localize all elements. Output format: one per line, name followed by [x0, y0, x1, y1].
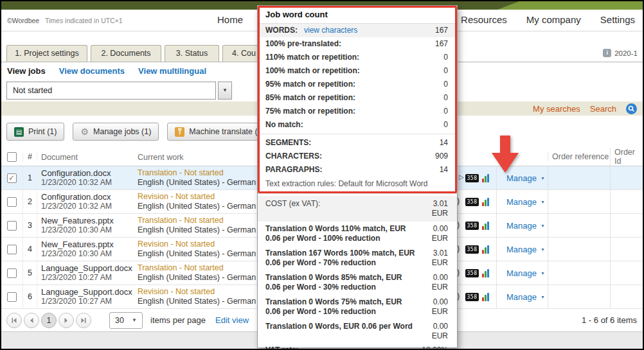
job-word-count-popup: Job word count WORDS: view characters 16…	[257, 5, 458, 348]
match-label: 100% match or repetition:	[265, 66, 417, 76]
order-reference-cell	[548, 214, 610, 237]
row-checkbox[interactable]	[7, 268, 17, 278]
menu-item-settings[interactable]: Settings	[600, 14, 635, 25]
match-row: 95% match or repetition: 0	[258, 78, 457, 91]
stats-chart-icon[interactable]	[482, 269, 491, 277]
page-size-select[interactable]: 30	[109, 312, 143, 329]
view-documents-link[interactable]: View documents	[59, 66, 125, 76]
stats-chart-icon[interactable]	[482, 198, 491, 206]
order-reference-cell	[548, 166, 610, 189]
excel-export-icon	[14, 127, 24, 137]
divider	[258, 193, 457, 194]
document-date: 1/23/2020 10:32 AM	[41, 178, 135, 188]
word-count-badge[interactable]: 358	[465, 174, 479, 182]
pagination-first-button[interactable]	[6, 313, 22, 328]
cost-line-row: Translation 0 Words, EUR 0.06 per Word 0…	[258, 319, 457, 344]
page-size-value: 30	[115, 316, 124, 325]
print-button[interactable]: Print (1)	[6, 123, 64, 141]
cost-line-value: 3.01 EUR	[417, 249, 448, 268]
manage-dropdown[interactable]: Manage	[506, 292, 537, 302]
cost-line-value: 0.00 EUR	[417, 224, 448, 243]
word-count-badge[interactable]: 358	[465, 269, 479, 277]
match-value: 0	[417, 66, 448, 76]
status-filter-dropdown-button[interactable]	[218, 82, 232, 100]
document-name: Language_Support.docx	[41, 287, 135, 297]
my-searches-link[interactable]: My searches	[533, 104, 580, 114]
pagination-next-button[interactable]	[58, 313, 74, 328]
stats-chart-icon[interactable]	[482, 293, 491, 301]
match-row: 85% match or repetition: 0	[258, 91, 457, 105]
view-multilingual-link[interactable]: View multilingual	[138, 66, 206, 76]
row-checkbox[interactable]	[7, 221, 17, 231]
order-id-cell	[610, 261, 643, 284]
order-reference-cell	[548, 238, 610, 261]
menu-item-my-company[interactable]: My company	[526, 14, 581, 25]
row-checkbox[interactable]	[7, 245, 17, 254]
word-count-badge[interactable]: 358	[465, 222, 479, 230]
chevron-down-icon	[541, 271, 545, 276]
document-date: 1/23/2020 10:30 AM	[41, 249, 135, 259]
pagination-page-1-button[interactable]: 1	[41, 313, 57, 328]
status-filter-select[interactable]: Not started	[6, 82, 216, 100]
search-icon[interactable]	[626, 103, 637, 114]
stat-value: 14	[417, 138, 448, 148]
word-count-badge[interactable]: 358	[465, 245, 479, 254]
search-link[interactable]: Search	[590, 104, 616, 114]
info-icon[interactable]	[603, 49, 611, 57]
match-label: 110% match or repetition:	[265, 53, 417, 62]
word-count-badge[interactable]: 358	[465, 198, 479, 206]
chevron-down-icon	[541, 200, 545, 204]
stats-chart-icon[interactable]	[482, 222, 491, 230]
match-value: 0	[417, 53, 448, 62]
row-number: 2	[23, 190, 37, 213]
stat-value: 909	[417, 152, 448, 161]
cost-row: COST (ex VAT): 3.01 EUR	[258, 196, 457, 222]
chevron-down-icon	[541, 247, 545, 252]
stat-row: SEGMENTS: 14	[258, 136, 457, 150]
edit-view-link[interactable]: Edit view	[215, 315, 249, 325]
word-count-badge[interactable]: 358	[465, 293, 479, 301]
row-number: 3	[23, 214, 37, 237]
chevron-down-icon	[541, 223, 545, 228]
manage-dropdown[interactable]: Manage	[506, 268, 537, 278]
document-name: Configuration.docx	[41, 192, 135, 202]
view-characters-link[interactable]: view characters	[304, 26, 357, 35]
manage-jobs-button[interactable]: Manage jobs (1)	[73, 123, 159, 141]
machine-translate-icon	[175, 127, 184, 137]
manage-dropdown[interactable]: Manage	[506, 245, 537, 254]
select-all-checkbox[interactable]	[7, 152, 17, 162]
match-value: 0	[417, 107, 448, 116]
stats-chart-icon[interactable]	[482, 174, 491, 182]
tab-status[interactable]: 3. Status	[165, 45, 219, 62]
cost-line-row: Translation 167 Words 100% match, EUR 0.…	[258, 246, 457, 270]
menu-right: Resources My company Settings	[461, 14, 635, 25]
stat-value: 14	[417, 165, 448, 175]
row-checkbox[interactable]	[7, 292, 17, 302]
match-label: 75% match or repetition:	[265, 107, 417, 116]
tab-project-settings[interactable]: 1. Project settings	[6, 45, 87, 62]
cost-line-label: Translation 0 Words 110% match, EUR 0.06…	[265, 224, 417, 243]
manage-dropdown[interactable]: Manage	[506, 197, 537, 207]
vat-label: VAT rate:	[265, 346, 417, 350]
words-value: 167	[417, 26, 448, 35]
cost-line-value: 0.00 EUR	[417, 297, 448, 317]
menu-item-home[interactable]: Home	[217, 14, 243, 25]
row-checkbox[interactable]	[7, 197, 17, 207]
manage-dropdown[interactable]: Manage	[506, 173, 537, 183]
row-checkbox[interactable]	[7, 173, 17, 183]
app-window: ©Wordbee Times indicated in UTC+1 Home R…	[0, 0, 644, 350]
view-jobs-link[interactable]: View jobs	[7, 66, 46, 76]
cost-line-label: Translation 167 Words 100% match, EUR 0.…	[265, 249, 417, 268]
order-reference-cell	[548, 285, 610, 308]
menu-item-resources[interactable]: Resources	[461, 14, 507, 25]
banner-accent	[488, 1, 643, 10]
pagination-last-button[interactable]	[76, 313, 91, 328]
pagination-prev-button[interactable]	[24, 313, 39, 328]
stats-chart-icon[interactable]	[482, 245, 491, 254]
match-row: 100% match or repetition: 0	[258, 64, 457, 78]
tab-documents[interactable]: 2. Documents	[91, 45, 161, 62]
cost-line-value: 0.00 EUR	[417, 273, 448, 292]
manage-dropdown[interactable]: Manage	[506, 221, 537, 231]
stat-row: PARAGRAPHS: 14	[258, 163, 457, 177]
cost-line-row: Translation 0 Words 85% match, EUR 0.06 …	[258, 270, 457, 295]
